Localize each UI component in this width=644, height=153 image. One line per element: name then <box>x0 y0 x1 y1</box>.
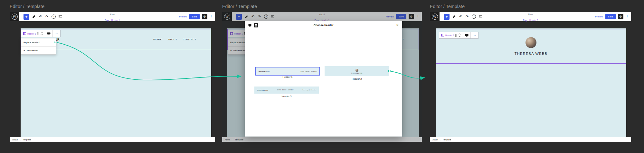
site-title: THERESA WEBB <box>515 52 547 56</box>
drag-handle-icon[interactable] <box>37 32 39 35</box>
breadcrumb-page[interactable]: About <box>432 138 438 141</box>
preview-button[interactable]: Preview <box>595 15 603 18</box>
block-toolbar-main-segment: Header 2 <box>439 32 463 38</box>
block-toolbar-display-segment <box>45 30 52 37</box>
block-toolbar-more-segment: ··· <box>470 32 478 38</box>
block-toolbar-more-segment: ··· <box>52 30 60 37</box>
display-icon[interactable] <box>465 34 469 37</box>
display-icon[interactable] <box>47 32 51 35</box>
grid-view-toggle-icon[interactable] <box>254 23 258 27</box>
breadcrumb: About → Template <box>10 137 215 142</box>
redo-icon[interactable]: ↷ <box>45 15 49 19</box>
header-option-1-label: Header 1 <box>255 76 320 78</box>
redo-icon[interactable]: ↷ <box>465 15 469 19</box>
breadcrumb: About → Template <box>430 137 631 142</box>
editor-toolbar: W + ↶ ↷ i About Page Header 1 Preview Sa… <box>10 12 215 21</box>
panel-step-1: Editor / Template W + ↶ ↷ i About Page H… <box>10 0 215 153</box>
preview-nav: WORK ABOUT CONTACT <box>277 89 294 91</box>
avatar <box>355 69 358 72</box>
document-title: About <box>523 13 538 16</box>
document-title: About <box>105 13 120 16</box>
choose-header-modal: Choose header ✕ THERESA WEBB WORK ABOUT … <box>245 21 402 137</box>
list-view-icon[interactable] <box>59 15 62 19</box>
toolbar-right-group: Preview Save ⚙ ⋮ <box>595 14 631 19</box>
list-view-icon[interactable] <box>479 15 482 19</box>
template-part-icon <box>441 34 444 36</box>
move-up-down-icon[interactable] <box>459 33 461 37</box>
avatar <box>526 37 536 48</box>
document-bar[interactable]: About Page Header 2 <box>523 13 538 23</box>
close-icon[interactable]: ✕ <box>396 24 399 27</box>
nav-link-contact[interactable]: CONTACT <box>183 38 196 41</box>
preview-site-title: THERESA WEBB <box>258 71 270 72</box>
nav-link-about[interactable]: ABOUT <box>167 38 177 41</box>
breadcrumb-template[interactable]: Template <box>443 138 451 141</box>
header-option-1[interactable]: THERESA WEBB WORK ABOUT CONTACT <box>255 67 320 76</box>
block-name-button[interactable]: Header 1 <box>27 33 36 35</box>
document-page-label: Page <box>523 19 528 21</box>
preview-nav: WORK ABOUT CONTACT <box>300 71 317 72</box>
block-toolbar: Header 1 ··· <box>21 30 61 37</box>
header-option-3[interactable]: THERESA WEBB WORK ABOUT CONTACT Some cop… <box>254 87 319 94</box>
move-up-down-icon[interactable] <box>41 32 43 36</box>
toolbar-left-group: + ↶ ↷ i <box>444 14 482 20</box>
undo-icon[interactable]: ↶ <box>459 15 462 19</box>
save-button[interactable]: Save <box>605 14 616 19</box>
editor-canvas: THERESA WEBB Header 2 ··· <box>436 28 626 137</box>
panel-step-2: Editor / Template W + ↶ ↷ i About Page H… <box>222 0 422 153</box>
settings-gear-icon[interactable]: ⚙ <box>202 14 207 19</box>
preview-copyright: Some copyright information <box>302 89 316 91</box>
breadcrumb-arrow-icon: → <box>19 138 21 141</box>
block-name-button[interactable]: Header 2 <box>445 34 454 36</box>
header-option-2[interactable]: THERESA WEBB <box>325 66 389 76</box>
three-step-editor-mockup: Editor / Template W + ↶ ↷ i About Page H… <box>0 0 644 153</box>
wordpress-logo[interactable]: W <box>10 12 19 21</box>
options-kebab-icon[interactable]: ⋮ <box>626 15 629 18</box>
details-icon[interactable]: i <box>52 15 56 19</box>
breadcrumb-arrow-icon: → <box>439 138 441 141</box>
template-part-icon <box>23 32 26 35</box>
preview-button[interactable]: Preview <box>179 15 187 18</box>
plus-icon: + <box>24 49 25 52</box>
wordpress-logo[interactable]: W <box>430 12 440 21</box>
preview-site-title: THERESA WEBB <box>257 89 268 91</box>
details-icon[interactable]: i <box>472 15 476 19</box>
block-toolbar-main-segment: Header 1 <box>21 30 45 37</box>
menu-item-label: New Header <box>27 49 38 52</box>
header-option-2-label: Header 2 <box>325 77 389 80</box>
add-block-button[interactable]: + <box>444 14 450 20</box>
toolbar-right-group: Preview Save ⚙ ⋮ <box>179 14 215 19</box>
options-kebab-icon[interactable]: ⋮ <box>210 15 213 18</box>
save-button[interactable]: Save <box>189 14 200 19</box>
add-block-button[interactable]: + <box>24 14 29 20</box>
edit-pencil-icon[interactable] <box>32 15 36 19</box>
editor-toolbar: W + ↶ ↷ i About Page Header 2 Preview Sa… <box>430 12 631 21</box>
page-title: Editor / Template <box>10 4 44 9</box>
more-options-icon[interactable]: ··· <box>473 34 476 37</box>
breadcrumb-template[interactable]: Template <box>23 138 31 141</box>
editor-canvas: THERESA WEBB WORK ABOUT CONTACT Header 1 <box>21 28 211 137</box>
block-toolbar: Header 2 ··· <box>439 32 478 39</box>
document-template-label: Header 1 <box>111 19 120 21</box>
modal-header: Choose header ✕ <box>245 21 402 29</box>
document-page-label: Page <box>105 19 110 21</box>
drag-handle-icon[interactable] <box>455 34 457 37</box>
site-nav: WORK ABOUT CONTACT <box>153 38 196 41</box>
settings-gear-icon[interactable]: ⚙ <box>618 14 623 19</box>
toolbar-left-group: + ↶ ↷ i <box>24 14 62 20</box>
menu-item-new-header[interactable]: + New Header <box>21 46 56 54</box>
header-option-3-label: Header 3 <box>254 95 319 98</box>
undo-icon[interactable]: ↶ <box>39 15 42 19</box>
document-bar[interactable]: About Page Header 1 <box>105 13 120 23</box>
block-toolbar-display-segment <box>463 32 470 38</box>
nav-link-work[interactable]: WORK <box>153 38 162 41</box>
replace-dropdown-menu: Replace Header 1 + New Header <box>21 38 56 55</box>
breadcrumb-page[interactable]: About <box>12 138 18 141</box>
edit-pencil-icon[interactable] <box>452 15 456 19</box>
document-template-label: Header 2 <box>529 19 538 21</box>
more-options-icon[interactable]: ··· <box>55 32 58 35</box>
page-title: Editor / Template <box>222 4 257 9</box>
list-view-toggle-icon[interactable] <box>248 24 251 27</box>
menu-item-replace-header[interactable]: Replace Header 1 <box>21 38 56 46</box>
preview-site-title: THERESA WEBB <box>351 72 362 74</box>
